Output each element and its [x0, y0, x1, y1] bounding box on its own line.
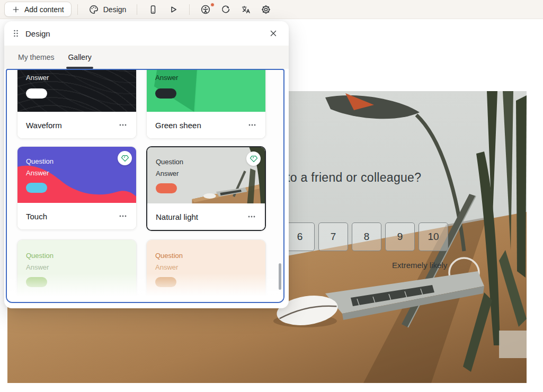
preview-question-label: Question [155, 252, 183, 260]
preview-question-label: Question [26, 69, 54, 70]
more-options-icon[interactable] [247, 120, 257, 130]
theme-preview-mint: Question Answer [17, 240, 136, 303]
phone-preview-icon [148, 4, 158, 15]
theme-card-peach[interactable]: Question Answer [146, 239, 266, 303]
design-panel-title: Design [25, 29, 50, 38]
more-options-icon[interactable] [118, 120, 128, 130]
theme-preview-natural-light: Question Answer [147, 147, 265, 203]
theme-gallery-scroll-area[interactable]: Question Answer Waveform [6, 69, 284, 303]
design-panel-header: Design [4, 21, 289, 46]
device-preview-button[interactable] [143, 2, 163, 17]
more-options-icon[interactable] [247, 212, 256, 221]
theme-name: Waveform [26, 121, 62, 130]
close-panel-button[interactable] [266, 26, 280, 40]
rating-scale: 6 7 8 9 10 [285, 222, 448, 251]
close-icon [269, 29, 278, 38]
settings-gear-icon [261, 4, 271, 15]
translate-icon [241, 4, 251, 15]
palette-icon [88, 4, 99, 15]
play-preview-icon [168, 4, 179, 15]
gem-icon [250, 155, 258, 163]
plus-icon [12, 5, 20, 14]
design-panel-tabs: My themes Gallery [4, 46, 289, 69]
preview-answer-label: Answer [155, 74, 178, 82]
design-button[interactable]: Design [84, 2, 131, 17]
rating-button-9[interactable]: 9 [385, 222, 415, 251]
preview-button-pill [155, 88, 176, 99]
accessibility-button[interactable] [195, 2, 216, 17]
preview-answer-label: Answer [26, 74, 49, 82]
more-options-icon[interactable] [118, 211, 128, 221]
theme-preview-green-sheen: Question Answer [147, 69, 265, 112]
gem-icon [121, 155, 129, 162]
preview-question-label: Question [26, 157, 54, 165]
app-window: to a friend or colleague? 6 7 8 9 10 Ext… [0, 0, 543, 392]
history-button[interactable] [216, 2, 236, 17]
preview-button-pill [155, 277, 176, 287]
theme-preview-touch: Question Answer [17, 147, 136, 203]
drag-handle-icon[interactable] [13, 29, 19, 38]
preview-answer-label: Answer [26, 263, 49, 271]
tab-my-themes[interactable]: My themes [18, 46, 54, 69]
theme-preview-waveform: Question Answer [17, 69, 136, 112]
add-content-label: Add content [24, 5, 64, 14]
scale-max-label: Extremely likely [392, 261, 447, 270]
premium-gem-badge [118, 151, 132, 165]
toolbar-divider [77, 4, 78, 15]
premium-gem-badge [246, 152, 261, 166]
translations-button[interactable] [236, 2, 256, 17]
preview-answer-label: Answer [155, 263, 178, 271]
toolbar-divider [137, 4, 137, 15]
scrollbar-thumb[interactable] [279, 263, 281, 290]
preview-button-pill [26, 88, 47, 99]
theme-card-grid: Question Answer Waveform [7, 70, 283, 302]
tab-gallery[interactable]: Gallery [68, 46, 91, 69]
rating-button-8[interactable]: 8 [352, 222, 381, 251]
preview-button[interactable] [163, 2, 183, 17]
question-text: to a friend or colleague? [287, 171, 421, 185]
design-button-label: Design [103, 5, 127, 14]
preview-question-label: Question [156, 158, 183, 166]
settings-button[interactable] [256, 2, 276, 17]
theme-name: Natural light [156, 212, 198, 221]
history-icon [220, 4, 231, 15]
theme-card-natural-light[interactable]: Question Answer Natural light [146, 146, 266, 231]
accessibility-icon [200, 4, 211, 15]
preview-answer-label: Answer [26, 169, 49, 177]
rating-button-10[interactable]: 10 [419, 222, 448, 251]
add-content-button[interactable]: Add content [4, 2, 72, 17]
theme-card-waveform[interactable]: Question Answer Waveform [17, 69, 137, 139]
rating-button-6[interactable]: 6 [285, 222, 315, 251]
preview-question-label: Question [26, 252, 54, 260]
design-panel: Design My themes Gallery Question Answer [4, 21, 289, 308]
theme-card-touch[interactable]: Question Answer Touch [17, 146, 137, 230]
accessibility-alert-dot [210, 3, 215, 7]
toolbar-divider [189, 4, 190, 15]
preview-answer-label: Answer [156, 170, 179, 177]
preview-button-pill [26, 183, 47, 193]
rating-button-7[interactable]: 7 [318, 222, 348, 251]
top-toolbar: Add content Design [0, 0, 543, 19]
theme-name: Green sheen [155, 121, 201, 130]
preview-button-pill [156, 183, 177, 193]
preview-button-pill [26, 277, 47, 287]
theme-name: Touch [26, 212, 47, 221]
theme-card-mint[interactable]: Question Answer [17, 239, 137, 303]
theme-card-green-sheen[interactable]: Question Answer Green sheen [146, 69, 266, 139]
preview-question-label: Question [155, 69, 183, 70]
theme-preview-peach: Question Answer [147, 240, 265, 303]
